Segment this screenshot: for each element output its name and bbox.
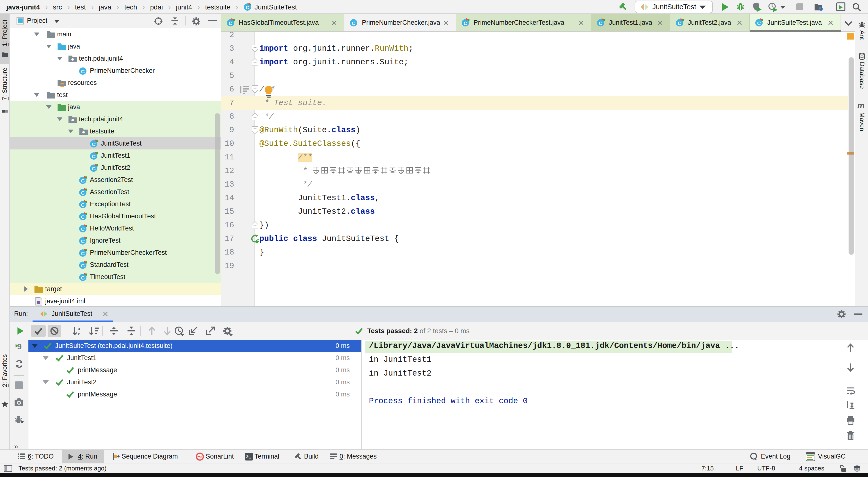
svg-text:C: C [81, 275, 85, 280]
svg-text:C: C [463, 21, 467, 26]
svg-text:C: C [678, 21, 681, 26]
svg-text:a: a [78, 326, 80, 331]
svg-text:9: 9 [17, 342, 22, 351]
svg-text:C: C [599, 21, 602, 26]
svg-text:C: C [92, 166, 95, 171]
svg-text:C: C [352, 21, 355, 26]
svg-text:C: C [81, 214, 85, 220]
svg-text:C: C [81, 238, 85, 244]
svg-text:C: C [92, 154, 95, 159]
svg-text:z: z [78, 332, 80, 336]
svg-text:C: C [228, 21, 232, 26]
svg-text:C: C [81, 226, 85, 232]
svg-text:C: C [81, 202, 85, 208]
svg-text:C: C [81, 69, 85, 74]
svg-text:C: C [757, 21, 761, 26]
svg-text:C: C [81, 263, 85, 268]
svg-text:C: C [81, 251, 85, 256]
svg-text:C: C [81, 178, 85, 183]
svg-text:C: C [81, 190, 85, 196]
svg-text:C: C [246, 5, 249, 10]
svg-text:C: C [92, 141, 95, 147]
